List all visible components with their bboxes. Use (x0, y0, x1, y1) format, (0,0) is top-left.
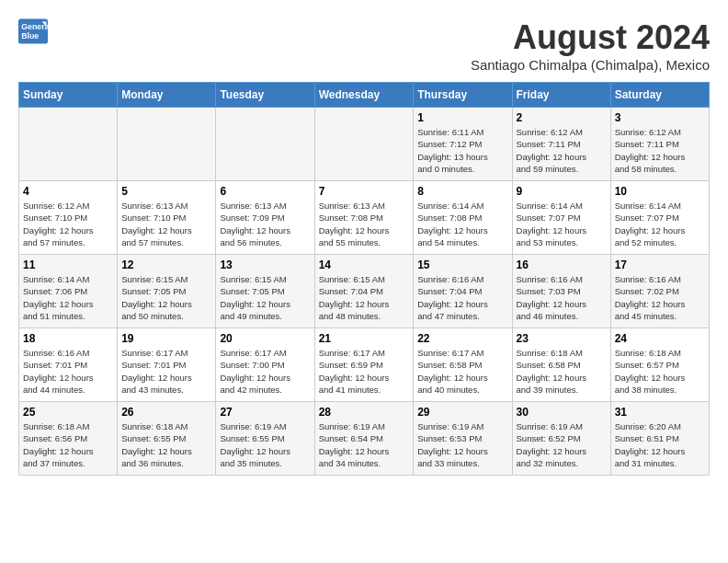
day-cell: 15Sunrise: 6:16 AM Sunset: 7:04 PM Dayli… (414, 255, 512, 328)
day-info: Sunrise: 6:16 AM Sunset: 7:01 PM Dayligh… (23, 347, 113, 396)
day-info: Sunrise: 6:17 AM Sunset: 6:58 PM Dayligh… (417, 347, 507, 396)
svg-text:Blue: Blue (21, 31, 39, 40)
day-info: Sunrise: 6:19 AM Sunset: 6:54 PM Dayligh… (319, 420, 410, 469)
day-number: 20 (220, 332, 310, 345)
weekday-header-row: SundayMondayTuesdayWednesdayThursdayFrid… (19, 83, 710, 108)
page-header: General Blue August 2024 Santiago Chimal… (18, 18, 710, 73)
day-info: Sunrise: 6:11 AM Sunset: 7:12 PM Dayligh… (417, 126, 507, 175)
day-info: Sunrise: 6:15 AM Sunset: 7:04 PM Dayligh… (319, 273, 410, 322)
day-number: 5 (121, 185, 211, 198)
day-info: Sunrise: 6:13 AM Sunset: 7:10 PM Dayligh… (121, 200, 211, 248)
weekday-header-thursday: Thursday (414, 83, 512, 108)
day-info: Sunrise: 6:14 AM Sunset: 7:08 PM Dayligh… (417, 200, 507, 248)
day-info: Sunrise: 6:14 AM Sunset: 7:07 PM Dayligh… (517, 200, 607, 248)
day-number: 17 (615, 259, 705, 271)
week-row-3: 11Sunrise: 6:14 AM Sunset: 7:06 PM Dayli… (19, 255, 710, 328)
day-info: Sunrise: 6:19 AM Sunset: 6:53 PM Dayligh… (417, 420, 507, 469)
weekday-header-friday: Friday (512, 83, 610, 108)
day-number: 18 (23, 332, 113, 345)
day-number: 10 (615, 185, 705, 198)
day-cell: 30Sunrise: 6:19 AM Sunset: 6:52 PM Dayli… (512, 402, 610, 476)
day-number: 8 (417, 185, 507, 198)
day-info: Sunrise: 6:17 AM Sunset: 6:59 PM Dayligh… (319, 347, 410, 396)
day-number: 9 (517, 185, 607, 198)
day-cell: 26Sunrise: 6:18 AM Sunset: 6:55 PM Dayli… (118, 402, 216, 476)
day-cell: 20Sunrise: 6:17 AM Sunset: 7:00 PM Dayli… (216, 328, 314, 402)
day-number: 4 (23, 185, 113, 198)
day-info: Sunrise: 6:13 AM Sunset: 7:09 PM Dayligh… (220, 200, 310, 248)
day-number: 13 (220, 259, 310, 271)
day-cell: 14Sunrise: 6:15 AM Sunset: 7:04 PM Dayli… (314, 255, 414, 328)
day-cell: 3Sunrise: 6:12 AM Sunset: 7:11 PM Daylig… (610, 108, 709, 181)
day-info: Sunrise: 6:12 AM Sunset: 7:11 PM Dayligh… (615, 126, 705, 175)
day-cell: 7Sunrise: 6:13 AM Sunset: 7:08 PM Daylig… (314, 181, 414, 255)
week-row-4: 18Sunrise: 6:16 AM Sunset: 7:01 PM Dayli… (19, 328, 710, 402)
day-cell: 13Sunrise: 6:15 AM Sunset: 7:05 PM Dayli… (216, 255, 314, 328)
day-number: 27 (220, 406, 310, 419)
day-info: Sunrise: 6:12 AM Sunset: 7:11 PM Dayligh… (517, 126, 607, 175)
day-cell (19, 108, 118, 181)
day-info: Sunrise: 6:14 AM Sunset: 7:06 PM Dayligh… (23, 273, 113, 322)
day-cell: 6Sunrise: 6:13 AM Sunset: 7:09 PM Daylig… (216, 181, 314, 255)
day-cell: 24Sunrise: 6:18 AM Sunset: 6:57 PM Dayli… (610, 328, 709, 402)
day-number: 31 (615, 406, 705, 419)
day-cell: 1Sunrise: 6:11 AM Sunset: 7:12 PM Daylig… (414, 108, 512, 181)
week-row-2: 4Sunrise: 6:12 AM Sunset: 7:10 PM Daylig… (19, 181, 710, 255)
day-cell: 16Sunrise: 6:16 AM Sunset: 7:03 PM Dayli… (512, 255, 610, 328)
day-number: 3 (615, 111, 705, 124)
calendar-table: SundayMondayTuesdayWednesdayThursdayFrid… (18, 82, 710, 476)
day-info: Sunrise: 6:16 AM Sunset: 7:03 PM Dayligh… (517, 273, 607, 322)
day-cell: 31Sunrise: 6:20 AM Sunset: 6:51 PM Dayli… (610, 402, 709, 476)
day-cell: 11Sunrise: 6:14 AM Sunset: 7:06 PM Dayli… (19, 255, 118, 328)
day-number: 2 (517, 111, 607, 124)
day-number: 6 (220, 185, 310, 198)
logo-icon: General Blue (18, 18, 48, 44)
day-cell: 21Sunrise: 6:17 AM Sunset: 6:59 PM Dayli… (314, 328, 414, 402)
calendar-body: 1Sunrise: 6:11 AM Sunset: 7:12 PM Daylig… (19, 108, 710, 476)
day-number: 16 (517, 259, 607, 271)
weekday-header-tuesday: Tuesday (216, 83, 314, 108)
day-info: Sunrise: 6:12 AM Sunset: 7:10 PM Dayligh… (23, 200, 113, 248)
weekday-header-wednesday: Wednesday (314, 83, 414, 108)
day-number: 1 (417, 111, 507, 124)
weekday-header-saturday: Saturday (610, 83, 709, 108)
day-number: 12 (121, 259, 211, 271)
day-cell (314, 108, 414, 181)
day-number: 22 (417, 332, 507, 345)
day-number: 30 (517, 406, 607, 419)
day-cell: 17Sunrise: 6:16 AM Sunset: 7:02 PM Dayli… (610, 255, 709, 328)
weekday-header-monday: Monday (118, 83, 216, 108)
day-info: Sunrise: 6:18 AM Sunset: 6:57 PM Dayligh… (615, 347, 705, 396)
day-cell: 23Sunrise: 6:18 AM Sunset: 6:58 PM Dayli… (512, 328, 610, 402)
day-number: 7 (319, 185, 410, 198)
day-cell: 10Sunrise: 6:14 AM Sunset: 7:07 PM Dayli… (610, 181, 709, 255)
day-cell: 9Sunrise: 6:14 AM Sunset: 7:07 PM Daylig… (512, 181, 610, 255)
logo: General Blue (18, 18, 51, 44)
day-info: Sunrise: 6:13 AM Sunset: 7:08 PM Dayligh… (319, 200, 410, 248)
day-cell: 12Sunrise: 6:15 AM Sunset: 7:05 PM Dayli… (118, 255, 216, 328)
day-cell: 2Sunrise: 6:12 AM Sunset: 7:11 PM Daylig… (512, 108, 610, 181)
day-info: Sunrise: 6:17 AM Sunset: 7:00 PM Dayligh… (220, 347, 310, 396)
day-number: 29 (417, 406, 507, 419)
day-number: 24 (615, 332, 705, 345)
day-info: Sunrise: 6:18 AM Sunset: 6:58 PM Dayligh… (517, 347, 607, 396)
day-cell: 28Sunrise: 6:19 AM Sunset: 6:54 PM Dayli… (314, 402, 414, 476)
location-subtitle: Santiago Chimalpa (Chimalpa), Mexico (471, 57, 710, 73)
day-number: 14 (319, 259, 410, 271)
day-info: Sunrise: 6:19 AM Sunset: 6:55 PM Dayligh… (220, 420, 310, 469)
day-info: Sunrise: 6:15 AM Sunset: 7:05 PM Dayligh… (121, 273, 211, 322)
month-title: August 2024 (471, 18, 710, 57)
day-cell: 29Sunrise: 6:19 AM Sunset: 6:53 PM Dayli… (414, 402, 512, 476)
day-info: Sunrise: 6:15 AM Sunset: 7:05 PM Dayligh… (220, 273, 310, 322)
day-cell: 18Sunrise: 6:16 AM Sunset: 7:01 PM Dayli… (19, 328, 118, 402)
day-info: Sunrise: 6:14 AM Sunset: 7:07 PM Dayligh… (615, 200, 705, 248)
title-area: August 2024 Santiago Chimalpa (Chimalpa)… (471, 18, 710, 73)
day-cell: 19Sunrise: 6:17 AM Sunset: 7:01 PM Dayli… (118, 328, 216, 402)
day-number: 21 (319, 332, 410, 345)
day-number: 26 (121, 406, 211, 419)
day-cell: 5Sunrise: 6:13 AM Sunset: 7:10 PM Daylig… (118, 181, 216, 255)
day-cell: 8Sunrise: 6:14 AM Sunset: 7:08 PM Daylig… (414, 181, 512, 255)
weekday-header-sunday: Sunday (19, 83, 118, 108)
day-info: Sunrise: 6:17 AM Sunset: 7:01 PM Dayligh… (121, 347, 211, 396)
day-info: Sunrise: 6:18 AM Sunset: 6:56 PM Dayligh… (23, 420, 113, 469)
